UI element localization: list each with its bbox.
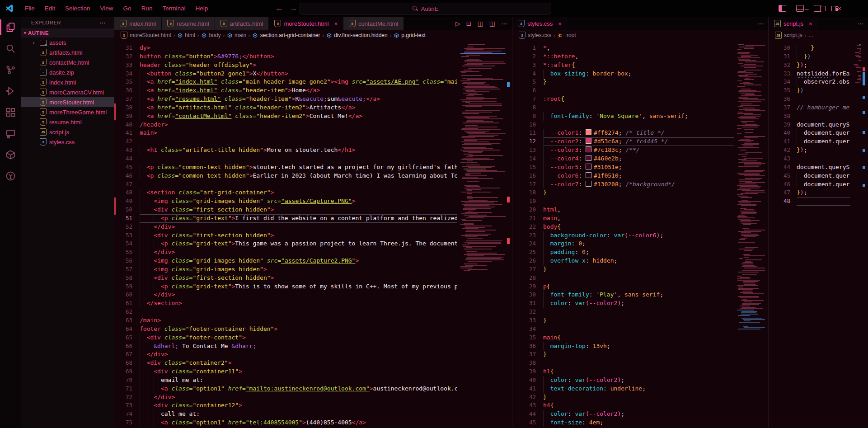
code-line-38[interactable]: 38 — [512, 359, 769, 367]
code-line-23[interactable]: 23background-color: var(--color6); — [512, 231, 769, 240]
breadcrumb-item[interactable]: main — [235, 32, 246, 38]
code-line-39[interactable]: 39h1{ — [512, 367, 769, 376]
code-line-41[interactable]: 41text-decoration: underline; — [512, 385, 769, 393]
code-line-55[interactable]: 55</div> — [114, 248, 512, 257]
code-line-1[interactable]: 1*, — [512, 44, 769, 52]
breadcrumb-item[interactable]: p.grid-text — [401, 32, 425, 38]
code-line-31[interactable]: 31dy> — [114, 44, 512, 52]
code-line-12[interactable]: 12--color2: #d53c6a; /* fc4445 */ — [512, 137, 769, 146]
code-line-19[interactable]: 19 — [512, 197, 769, 206]
code-line-67[interactable]: 67</div> — [114, 350, 512, 359]
code-line-73[interactable]: 73<div class="container12"> — [114, 401, 512, 410]
more-button[interactable]: ⋯ — [501, 20, 507, 27]
menu-edit[interactable]: Edit — [40, 5, 60, 12]
code-line-62[interactable]: 62 — [114, 308, 512, 316]
code-line-42[interactable]: 42}); — [769, 146, 868, 155]
code-line-41[interactable]: 41document.quer — [769, 137, 868, 146]
breadcrumb-item[interactable]: section.art-grid-container — [260, 32, 320, 38]
code-line-40[interactable]: 40document.quer — [769, 129, 868, 137]
code-editor-morestouter[interactable]: 31dy>32button class="button">&#9776;</bu… — [114, 40, 512, 428]
breadcrumb-item[interactable]: :root — [565, 32, 576, 38]
minimize-button[interactable]: – — [805, 5, 808, 12]
tab-index.html[interactable]: 5index.html — [114, 17, 162, 30]
code-line-66[interactable]: 66&dharl; To Contact Me &dharr; — [114, 342, 512, 351]
code-line-50[interactable]: 50<div class="first-section hidden"> — [114, 206, 512, 214]
code-line-47[interactable]: 47}); — [769, 188, 868, 197]
minimap[interactable] — [854, 40, 861, 428]
file-item-index.html[interactable]: 5index.html — [21, 77, 114, 87]
code-line-57[interactable]: 57<img class="grid-images hidden"> — [114, 265, 512, 274]
split-button[interactable]: ◫ — [489, 20, 495, 27]
code-line-8[interactable]: 8 — [512, 103, 769, 112]
code-line-7[interactable]: 7:root{ — [512, 95, 769, 103]
code-line-11[interactable]: 11--color1: #ff8274; /* title */ — [512, 129, 769, 137]
code-editor-styles[interactable]: 1*,2*::before,3*::after{4box-sizing: bor… — [512, 40, 769, 428]
breadcrumb-item[interactable]: html — [185, 32, 195, 38]
file-item-contactMe.html[interactable]: 5contactMe.html — [21, 57, 114, 67]
code-line-36[interactable]: 36<a href="index.html" class="header-ite… — [114, 86, 512, 95]
code-line-30[interactable]: 30} — [769, 44, 868, 52]
code-line-29[interactable]: 29p{ — [512, 282, 769, 291]
code-line-31[interactable]: 31color: var(--color2); — [512, 299, 769, 308]
close-tab-icon[interactable]: × — [334, 20, 338, 27]
tab-artifacts.html[interactable]: 5artifacts.html — [215, 17, 269, 30]
menu-terminal[interactable]: Terminal — [157, 5, 190, 12]
code-line-49[interactable]: 49<img class="grid-images hidden" src="a… — [114, 197, 512, 206]
code-line-43[interactable]: 43<h1 class="artifact-title hidden">More… — [114, 146, 512, 155]
code-line-33[interactable]: 33notslided.forEa — [769, 70, 868, 78]
code-line-14[interactable]: 14--color4: #460e2b; — [512, 155, 769, 163]
breadcrumb[interactable]: 5moreStouter.html›html›body›main›section… — [114, 30, 512, 40]
code-line-68[interactable]: 68<div class="container2"> — [114, 359, 512, 367]
code-line-10[interactable]: 10 — [512, 121, 769, 129]
file-item-script.js[interactable]: JSscript.js — [21, 127, 114, 137]
code-line-38[interactable]: 38 — [769, 112, 868, 121]
code-editor-script[interactable]: 30}31})32});33notslided.forEa34observer2… — [769, 40, 868, 428]
file-item-assets[interactable]: ›assets — [21, 38, 114, 47]
code-line-44[interactable]: 44 — [114, 155, 512, 163]
run-button[interactable]: ▷ — [455, 20, 460, 27]
code-line-42[interactable]: 42} — [512, 393, 769, 402]
code-line-38[interactable]: 38<a href="artifacts.html" class="header… — [114, 103, 512, 112]
toggle-panel-icon[interactable] — [796, 5, 804, 12]
restore-button[interactable] — [820, 6, 826, 11]
code-line-71[interactable]: 71<a class="option1" href="mailto:austin… — [114, 385, 512, 393]
code-line-74[interactable]: 74call me at: — [114, 410, 512, 419]
code-line-31[interactable]: 31}) — [769, 52, 868, 61]
code-line-24[interactable]: 24margin: 0; — [512, 240, 769, 248]
code-line-35[interactable]: 35main{ — [512, 334, 769, 342]
breadcrumb-item[interactable]: script.js — [784, 32, 802, 38]
code-line-37[interactable]: 37// hamburger me — [769, 103, 868, 112]
code-line-5[interactable]: 5} — [512, 78, 769, 86]
code-line-45[interactable]: 45document.quer — [769, 172, 868, 180]
code-line-45[interactable]: 45<p class="common-text hidden">stouter.… — [114, 163, 512, 172]
code-line-16[interactable]: 16--color6: #1f0510; — [512, 172, 769, 180]
code-line-26[interactable]: 26overflow-x: hidden; — [512, 257, 769, 265]
code-line-64[interactable]: 64footer class="footer-container hidden"… — [114, 325, 512, 334]
code-line-37[interactable]: 37} — [512, 350, 769, 359]
code-line-9[interactable]: 9font-family: 'Nova Square', sans-serif; — [512, 112, 769, 121]
remote-icon[interactable] — [0, 123, 21, 144]
code-line-34[interactable]: 34<button class="button2 gone1">X</butto… — [114, 70, 512, 78]
menu-view[interactable]: View — [95, 5, 118, 12]
code-line-60[interactable]: 60</div> — [114, 291, 512, 299]
code-line-43[interactable]: 43h4{ — [512, 401, 769, 410]
search-icon[interactable] — [0, 38, 21, 59]
code-line-42[interactable]: 42 — [114, 137, 512, 146]
code-line-56[interactable]: 56<img class="grid-images hidden" src="a… — [114, 257, 512, 265]
tab-contactMe.html[interactable]: 5contactMe.html — [343, 17, 404, 30]
code-line-36[interactable]: 36 — [769, 95, 868, 103]
breadcrumb-item[interactable]: ... — [808, 32, 813, 38]
code-line-20[interactable]: 20html, — [512, 206, 769, 214]
code-line-21[interactable]: 21main, — [512, 214, 769, 223]
code-line-15[interactable]: 15--color5: #31051e; — [512, 163, 769, 172]
code-line-13[interactable]: 13--color3: #7c183c; /**/ — [512, 146, 769, 155]
code-line-44[interactable]: 44document.queryS — [769, 163, 868, 172]
explorer-more-actions-icon[interactable]: ⋯ — [99, 19, 106, 26]
code-line-40[interactable]: 40/header> — [114, 121, 512, 129]
code-line-52[interactable]: 52</div> — [114, 223, 512, 231]
code-line-54[interactable]: 54<p class="grid-text">This game was a p… — [114, 240, 512, 248]
menu-file[interactable]: File — [20, 5, 40, 12]
breadcrumb-item[interactable]: div.first-section.hidden — [334, 32, 388, 38]
files-icon[interactable] — [0, 17, 21, 38]
file-item-moreStouter.html[interactable]: 5moreStouter.html — [21, 97, 114, 107]
